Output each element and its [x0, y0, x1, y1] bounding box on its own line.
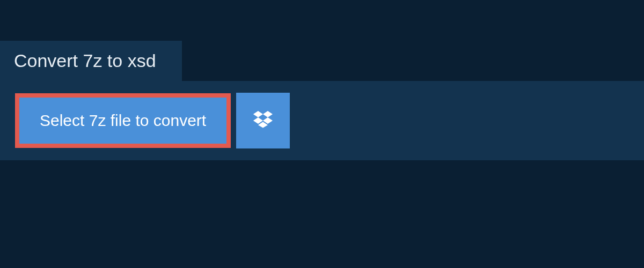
select-file-button[interactable]: Select 7z file to convert: [15, 93, 231, 148]
tab-label: Convert 7z to xsd: [14, 50, 156, 71]
dropbox-icon: [253, 109, 273, 132]
tab-convert[interactable]: Convert 7z to xsd: [0, 41, 182, 81]
select-file-label: Select 7z file to convert: [40, 111, 206, 130]
convert-panel: Select 7z file to convert: [0, 81, 644, 160]
tab-bar: Convert 7z to xsd: [0, 41, 644, 81]
dropbox-button[interactable]: [236, 93, 290, 148]
